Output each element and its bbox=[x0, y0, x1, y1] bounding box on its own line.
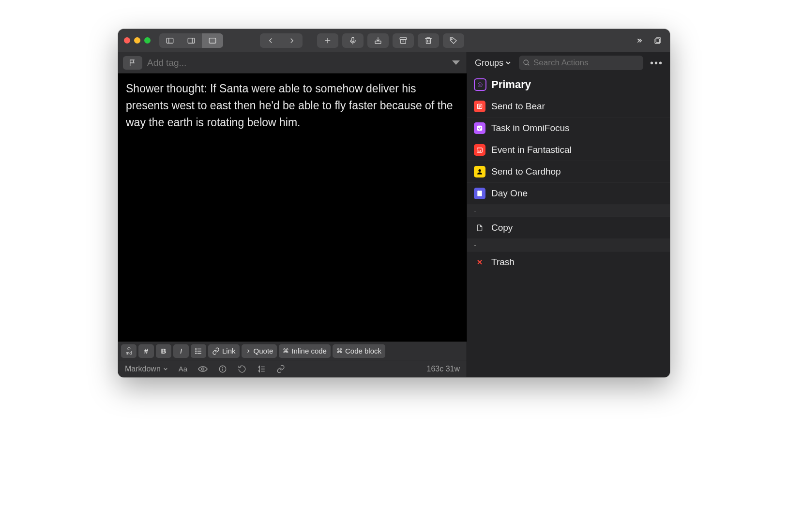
new-button[interactable] bbox=[317, 33, 338, 48]
traffic-lights bbox=[124, 37, 151, 44]
actions-header: Groups ••• bbox=[467, 52, 670, 74]
x-icon bbox=[474, 256, 485, 268]
svg-rect-40 bbox=[477, 126, 483, 131]
trash-action[interactable]: Trash bbox=[467, 251, 670, 273]
svg-rect-45 bbox=[480, 191, 482, 196]
inline-code-label: Inline code bbox=[291, 347, 327, 355]
group-title-label: Primary bbox=[491, 78, 531, 91]
group-title: ☺ Primary bbox=[467, 74, 670, 96]
actions-list: Send to BearTask in OmniFocus15Event in … bbox=[467, 96, 670, 377]
action-row[interactable]: Send to Cardhop bbox=[467, 161, 670, 183]
separator: - bbox=[467, 239, 670, 251]
svg-line-35 bbox=[528, 64, 529, 65]
spacing-button[interactable] bbox=[257, 365, 266, 373]
link-status-button[interactable] bbox=[276, 365, 285, 373]
quote-label: Quote bbox=[254, 347, 273, 355]
svg-point-34 bbox=[524, 60, 528, 64]
svg-rect-44 bbox=[478, 191, 480, 196]
tag-button[interactable] bbox=[443, 33, 464, 48]
nav-group bbox=[260, 33, 303, 48]
action-icon bbox=[474, 122, 485, 134]
link-button[interactable]: Link bbox=[208, 344, 240, 358]
action-icon bbox=[474, 188, 485, 199]
nav-back-button[interactable] bbox=[260, 33, 281, 48]
svg-point-24 bbox=[196, 353, 197, 354]
action-label: Send to Bear bbox=[491, 101, 545, 112]
trash-button[interactable] bbox=[418, 33, 439, 48]
sidebar-left-toggle[interactable] bbox=[159, 33, 181, 48]
history-button[interactable] bbox=[238, 365, 246, 373]
action-icon bbox=[474, 101, 485, 112]
svg-rect-2 bbox=[188, 38, 195, 43]
hash-button[interactable]: # bbox=[138, 344, 154, 358]
action-row[interactable]: Send to Bear bbox=[467, 96, 670, 118]
italic-button[interactable]: I bbox=[173, 344, 189, 358]
sidebar-right-toggle[interactable] bbox=[181, 33, 202, 48]
action-row[interactable]: 15Event in Fantastical bbox=[467, 139, 670, 161]
tag-dropdown[interactable] bbox=[450, 57, 462, 69]
svg-point-16 bbox=[451, 38, 452, 39]
more-button[interactable]: ••• bbox=[648, 56, 665, 71]
mode-selector[interactable]: Markdown bbox=[125, 365, 168, 373]
svg-rect-7 bbox=[352, 37, 354, 42]
tag-bar bbox=[118, 52, 467, 74]
command-icon: ⌘ bbox=[283, 347, 289, 355]
app-window: Shower thought: If Santa were able to so… bbox=[118, 29, 670, 377]
svg-point-20 bbox=[196, 348, 197, 349]
quote-button[interactable]: Quote bbox=[242, 344, 277, 358]
inbox-button[interactable] bbox=[367, 33, 389, 48]
svg-marker-19 bbox=[452, 60, 460, 65]
svg-rect-0 bbox=[167, 38, 173, 43]
editor-pane: Shower thought: If Santa were able to so… bbox=[118, 52, 467, 377]
nav-forward-button[interactable] bbox=[281, 33, 303, 48]
status-bar: Markdown Aa bbox=[118, 360, 467, 377]
inline-code-button[interactable]: ⌘ Inline code bbox=[279, 344, 331, 358]
search-icon bbox=[523, 59, 530, 67]
action-label: Send to Cardhop bbox=[491, 166, 561, 177]
windows-icon[interactable] bbox=[652, 33, 664, 48]
svg-rect-18 bbox=[655, 39, 660, 44]
minimize-button[interactable] bbox=[134, 37, 140, 44]
copy-action[interactable]: Copy bbox=[467, 217, 670, 239]
tag-input[interactable] bbox=[147, 58, 445, 68]
zoom-button[interactable] bbox=[144, 37, 151, 44]
markdown-star-button[interactable]: ✩md bbox=[121, 344, 136, 358]
svg-text:15: 15 bbox=[478, 149, 482, 152]
search-input[interactable] bbox=[533, 58, 639, 68]
search-actions[interactable] bbox=[519, 56, 643, 70]
close-button[interactable] bbox=[124, 37, 130, 44]
archive-button[interactable] bbox=[393, 33, 414, 48]
sidebar-toggle-group bbox=[159, 33, 223, 48]
svg-point-29 bbox=[223, 367, 223, 368]
action-icon bbox=[474, 166, 485, 177]
editor[interactable]: Shower thought: If Santa were able to so… bbox=[118, 74, 467, 341]
info-button[interactable] bbox=[218, 365, 227, 373]
mode-label: Markdown bbox=[125, 365, 161, 373]
groups-dropdown[interactable]: Groups bbox=[472, 56, 514, 70]
bold-button[interactable]: B bbox=[156, 344, 171, 358]
link-label: Link bbox=[222, 347, 236, 355]
preview-button[interactable] bbox=[198, 366, 208, 372]
content: Shower thought: If Santa were able to so… bbox=[118, 52, 670, 377]
overflow-button[interactable] bbox=[632, 33, 647, 48]
svg-point-22 bbox=[196, 351, 197, 352]
action-icon: 15 bbox=[474, 144, 485, 156]
titlebar bbox=[118, 29, 670, 52]
actions-pane: Groups ••• ☺ Primary Send to BearTask in… bbox=[467, 52, 670, 377]
action-row[interactable]: Day One bbox=[467, 183, 670, 205]
code-block-button[interactable]: ⌘ Code block bbox=[333, 344, 385, 358]
code-block-label: Code block bbox=[345, 347, 381, 355]
svg-point-43 bbox=[479, 169, 481, 172]
mic-button[interactable] bbox=[342, 33, 364, 48]
flag-button[interactable] bbox=[123, 56, 142, 70]
list-button[interactable] bbox=[191, 344, 206, 358]
svg-point-26 bbox=[202, 368, 204, 370]
char-word-count: 163c 31w bbox=[427, 365, 460, 373]
action-row[interactable]: Task in OmniFocus bbox=[467, 118, 670, 139]
svg-rect-11 bbox=[401, 39, 406, 43]
sidebar-none-toggle[interactable] bbox=[202, 33, 223, 48]
action-label: Event in Fantastical bbox=[491, 145, 572, 155]
font-button[interactable]: Aa bbox=[179, 365, 187, 373]
trash-label: Trash bbox=[491, 257, 515, 267]
svg-rect-4 bbox=[209, 38, 216, 43]
